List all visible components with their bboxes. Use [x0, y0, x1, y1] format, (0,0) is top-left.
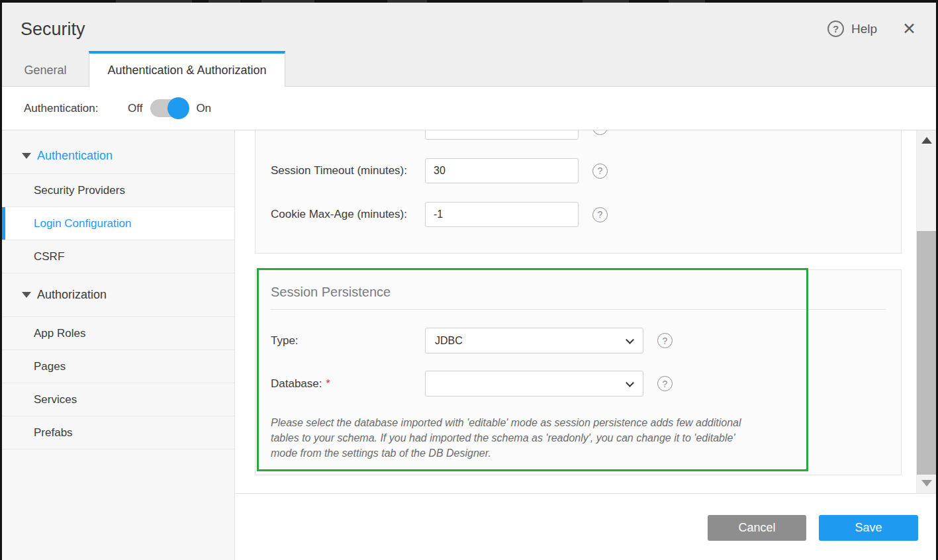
scroll-content: ? Session Timeout (minutes): ? Cookie Ma… [235, 130, 916, 493]
help-question-icon[interactable]: ? [827, 21, 844, 37]
authentication-toggle[interactable] [150, 99, 188, 117]
close-icon[interactable]: ✕ [902, 21, 916, 37]
sidebar-item-login-configuration[interactable]: Login Configuration [2, 207, 234, 240]
page-title: Security [21, 19, 85, 40]
database-note: Please select the database imported with… [271, 415, 742, 461]
type-select[interactable]: JDBC [425, 328, 643, 353]
sidebar-header-authorization[interactable]: Authorization [2, 273, 234, 316]
database-label: Database:* [271, 377, 425, 391]
dialog-header: Security ? Help ✕ General Authentication… [2, 3, 936, 87]
type-help-icon[interactable]: ? [657, 333, 673, 348]
login-configuration-panel: ? Session Timeout (minutes): ? Cookie Ma… [255, 130, 902, 254]
cookie-max-age-label: Cookie Max-Age (minutes): [271, 208, 425, 221]
clipped-field-row: ? [271, 130, 886, 140]
sidebar-item-pages[interactable]: Pages [2, 350, 234, 383]
type-label: Type: [271, 334, 425, 348]
field-help-icon[interactable]: ? [592, 130, 608, 135]
session-timeout-help-icon[interactable]: ? [592, 163, 608, 179]
dialog-footer: Cancel Save [235, 493, 936, 560]
sidebar-item-app-roles[interactable]: App Roles [2, 316, 234, 350]
help-button[interactable]: Help [851, 22, 877, 36]
session-timeout-input[interactable] [425, 158, 579, 183]
tab-general[interactable]: General [2, 51, 89, 87]
sidebar-divider [2, 449, 234, 449]
toggle-off-label: Off [128, 102, 142, 115]
authentication-toggle-row: Authentication: Off On [2, 87, 936, 130]
chevron-down-icon [626, 336, 634, 344]
database-row: Database:* ? [271, 371, 886, 397]
chevron-down-icon [626, 379, 634, 387]
login-configuration-scroll-area: ? Session Timeout (minutes): ? Cookie Ma… [235, 130, 936, 493]
session-timeout-label: Session Timeout (minutes): [271, 164, 425, 177]
toggle-knob [167, 97, 189, 119]
type-select-value: JDBC [435, 335, 463, 347]
scroll-up-icon[interactable] [921, 137, 932, 144]
session-persistence-heading: Session Persistence [271, 285, 886, 300]
session-timeout-row: Session Timeout (minutes): ? [271, 158, 886, 183]
scrollbar-thumb[interactable] [917, 231, 936, 475]
caret-down-icon [22, 292, 31, 298]
cookie-max-age-row: Cookie Max-Age (minutes): ? [271, 202, 886, 227]
main-content: ? Session Timeout (minutes): ? Cookie Ma… [235, 130, 936, 560]
database-select[interactable] [425, 371, 643, 397]
required-marker: * [326, 378, 330, 389]
sidebar-item-services[interactable]: Services [2, 383, 234, 416]
sidebar-nav: Authentication Security Providers Login … [2, 130, 235, 560]
dialog-body: Authentication Security Providers Login … [2, 130, 936, 560]
caret-down-icon [22, 153, 31, 159]
type-row: Type: JDBC ? [271, 328, 886, 353]
toggle-on-label: On [196, 102, 211, 115]
sidebar-item-prefabs[interactable]: Prefabs [2, 416, 234, 449]
sidebar-item-csrf[interactable]: CSRF [2, 240, 234, 273]
header-actions: ? Help ✕ [827, 21, 916, 37]
save-button[interactable]: Save [819, 515, 918, 541]
cookie-max-age-help-icon[interactable]: ? [592, 207, 608, 222]
sidebar-item-security-providers[interactable]: Security Providers [2, 173, 234, 207]
vertical-scrollbar[interactable] [916, 130, 936, 493]
authentication-toggle-label: Authentication: [24, 102, 128, 115]
clipped-field-input[interactable] [425, 130, 579, 140]
cookie-max-age-input[interactable] [425, 202, 579, 227]
database-help-icon[interactable]: ? [657, 376, 673, 391]
tab-bar: General Authentication & Authorization [2, 51, 285, 87]
sidebar-header-authentication[interactable]: Authentication [2, 138, 234, 173]
cancel-button[interactable]: Cancel [708, 515, 806, 541]
session-persistence-panel: Session Persistence Type: JDBC ? Databas… [255, 269, 902, 475]
scroll-down-icon[interactable] [921, 480, 932, 487]
section-divider [271, 309, 886, 310]
tab-authentication-authorization[interactable]: Authentication & Authorization [89, 51, 285, 87]
security-dialog: Security ? Help ✕ General Authentication… [2, 3, 936, 560]
